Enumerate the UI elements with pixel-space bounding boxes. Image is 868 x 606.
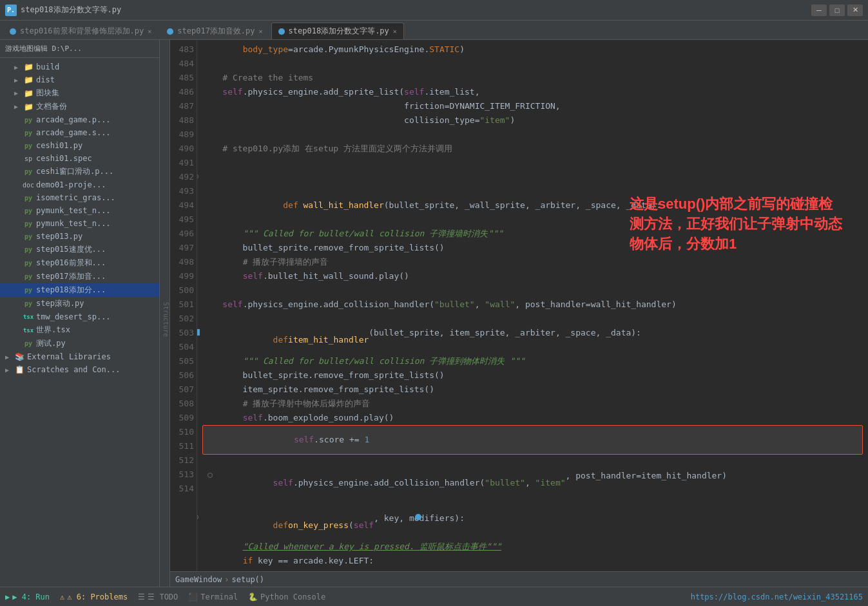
breadcrumb-method[interactable]: setup() [231, 575, 264, 584]
sidebar-item-step015[interactable]: py step015速度优... [0, 243, 159, 256]
expand-arrow: ▶ [14, 64, 23, 71]
tab-step017[interactable]: step017添加音效.py ✕ [160, 23, 269, 39]
sidebar-item-tmw[interactable]: tsx tmw_desert_sp... [0, 310, 159, 323]
todo-label: ☰ TODO [148, 592, 178, 601]
code-line-497 [202, 283, 863, 298]
sidebar-item-arcade-game-s[interactable]: py arcade_game.s... [0, 126, 159, 139]
tab-label: step018添加分数文字等.py [289, 26, 389, 37]
tree-item-label: demo01-proje... [36, 180, 106, 189]
code-line-496: self.bullet_hit_wall_sound.play() [202, 269, 863, 283]
sidebar-item-wendang[interactable]: ▶ 📁 文档备份 [0, 100, 159, 113]
code-line-491 [202, 156, 863, 170]
code-line-510: def on_key_press(self, key, modifiers): [202, 511, 863, 540]
code-line-500: def item_hit_handler(bullet_sprite, item… [202, 326, 863, 354]
folder-icon: 📋 [14, 365, 24, 375]
code-line-512: if key == arcade.key.LEFT: [202, 554, 863, 568]
statusbar: ▶ ▶ 4: Run ⚠ ⚠ 6: Problems ☰ ☰ TODO ⬛ Te… [0, 587, 868, 606]
tab-file-icon [10, 28, 16, 35]
tab-step016[interactable]: step016前景和背景修饰层添加.py ✕ [3, 23, 159, 39]
sidebar-item-scratches[interactable]: ▶ 📋 Scratches and Con... [0, 363, 159, 376]
folder-icon: 📚 [14, 352, 24, 362]
breadcrumb-separator: › [224, 575, 229, 584]
sidebar-item-demo01[interactable]: doc demo01-proje... [0, 178, 159, 191]
todo-icon: ☰ [138, 592, 145, 601]
app-icon: P. [5, 5, 17, 16]
py-file-icon: py [23, 245, 34, 255]
tsx-file-icon: tsx [23, 325, 34, 336]
statusbar-url[interactable]: https://blog.csdn.net/weixin_43521165 [691, 592, 863, 601]
tree-item-label: build [36, 62, 59, 71]
sidebar-item-step013[interactable]: py step013.py [0, 230, 159, 243]
breadcrumb-bar: GameWindow › setup() [170, 571, 868, 587]
tree-item-label: step017添加音... [36, 271, 106, 282]
statusbar-terminal[interactable]: ⬛ Terminal [188, 592, 238, 601]
tree-item-label: 世界.tsx [36, 325, 70, 336]
tree-item-label: arcade_game.s... [36, 128, 111, 137]
tree-item-label: ceshi01.py [36, 141, 82, 150]
tree-item-label: ceshi窗口滑动.p... [36, 166, 113, 177]
code-line-490: # step010.py添加 在setup 方法里面定义两个方法并调用 [202, 142, 863, 156]
tree-item-label: isometric_gras... [36, 193, 115, 202]
tab-close-icon[interactable]: ✕ [259, 28, 263, 35]
code-content[interactable]: 这是setup()内部之前写的碰撞检测方法，正好我们让子弹射中动态物体后，分数加… [197, 40, 868, 571]
py-file-icon: py [23, 205, 34, 216]
python-console-label: Python Console [260, 592, 325, 601]
structure-label: Structure [162, 302, 169, 337]
sidebar-item-arcade-game-py[interactable]: py arcade_game.p... [0, 113, 159, 126]
py-file-icon: py [23, 299, 34, 309]
window-title: step018添加分数文字等.py [21, 5, 121, 15]
tab-close-icon[interactable]: ✕ [148, 28, 151, 35]
statusbar-python-console[interactable]: 🐍 Python Console [248, 592, 325, 601]
title-controls: ─ □ ✕ [811, 5, 863, 16]
spec-file-icon: sp [23, 153, 34, 164]
statusbar-problems[interactable]: ⚠ ⚠ 6: Problems [60, 592, 128, 601]
expand-arrow: ▶ [14, 77, 23, 84]
sidebar-item-ceshi-scroll[interactable]: py ceshi窗口滑动.p... [0, 165, 159, 178]
line-numbers: 483 484 485 486 487 488 489 490 491 492 … [170, 40, 197, 571]
code-line-502: bullet_sprite.remove_from_sprite_lists() [202, 368, 863, 383]
sidebar-item-world[interactable]: tsx 世界.tsx [0, 323, 159, 337]
sidebar-item-ceshi01-spec[interactable]: sp ceshi01.spec [0, 152, 159, 165]
tree-item-label: pymunk_test_n... [36, 206, 111, 215]
code-line-504: # 播放子弹射中物体后爆炸的声音 [202, 397, 863, 411]
sidebar-item-test[interactable]: py 测试.py [0, 337, 159, 350]
sidebar-item-ext-libs[interactable]: ▶ 📚 External Libraries [0, 350, 159, 363]
code-editor[interactable]: 483 484 485 486 487 488 489 490 491 492 … [170, 40, 868, 571]
sidebar-item-step016[interactable]: py step016前景和... [0, 256, 159, 270]
sidebar-item-pymunk2[interactable]: py pymunk_test_n... [0, 217, 159, 230]
statusbar-run[interactable]: ▶ ▶ 4: Run [5, 592, 50, 601]
tree-item-label: External Libraries [27, 352, 111, 361]
tree-item-label: step013.py [36, 232, 82, 241]
code-area: 483 484 485 486 487 488 489 490 491 492 … [170, 40, 868, 587]
sidebar-item-isometric[interactable]: py isometric_gras... [0, 191, 159, 204]
sidebar-item-stepgun[interactable]: py step滚动.py [0, 297, 159, 310]
code-line-489 [202, 128, 863, 142]
main-layout: 游戏地图编辑 D:\P... ▶ 📁 build ▶ 📁 dist ▶ 📁 图块… [0, 40, 868, 587]
code-line-483: body_type=arcade.PymunkPhysicsEngine.STA… [202, 43, 863, 57]
close-button[interactable]: ✕ [847, 5, 863, 16]
sidebar-item-pymunk1[interactable]: py pymunk_test_n... [0, 204, 159, 217]
sidebar-item-step018[interactable]: py step018添加分... [0, 283, 159, 297]
python-console-icon: 🐍 [248, 592, 258, 601]
minimize-button[interactable]: ─ [811, 5, 827, 16]
tree-item-label: arcade_game.p... [36, 115, 111, 124]
statusbar-todo[interactable]: ☰ ☰ TODO [138, 592, 178, 601]
sidebar-item-tujiku[interactable]: ▶ 📁 图块集 [0, 86, 159, 100]
sidebar-item-step017[interactable]: py step017添加音... [0, 270, 159, 283]
tree-item-label: step018添加分... [36, 285, 106, 296]
tab-file-icon [278, 28, 285, 35]
tree-item-label: tmw_desert_sp... [36, 312, 111, 321]
tree-item-label: 图块集 [36, 88, 59, 99]
expand-arrow: ▶ [5, 366, 14, 374]
expand-arrow: ▶ [14, 90, 23, 97]
breadcrumb-class[interactable]: GameWindow [175, 575, 222, 584]
sidebar-item-dist[interactable]: ▶ 📁 dist [0, 73, 159, 86]
sidebar-item-ceshi01[interactable]: py ceshi01.py [0, 139, 159, 152]
tab-close-icon[interactable]: ✕ [393, 28, 397, 35]
file-icon: doc [23, 180, 34, 190]
sidebar-item-build[interactable]: ▶ 📁 build [0, 61, 159, 73]
maximize-button[interactable]: □ [829, 5, 845, 16]
tab-step018[interactable]: step018添加分数文字等.py ✕ [271, 23, 404, 39]
code-line-495: # 播放子弹撞墙的声音 [202, 255, 863, 269]
code-line-506: self.score += 1 [202, 425, 863, 455]
